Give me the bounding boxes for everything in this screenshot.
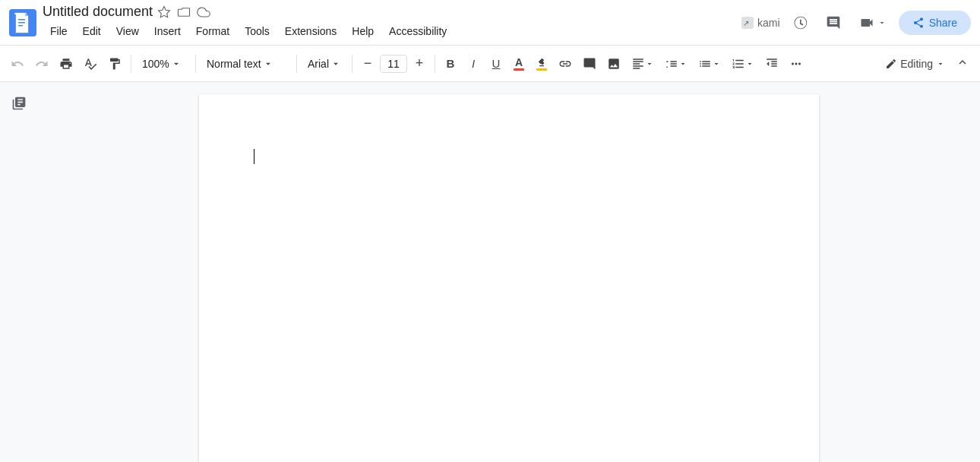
spellcheck-button[interactable] <box>79 52 102 75</box>
svg-marker-5 <box>159 6 170 17</box>
numbered-list-button[interactable] <box>727 52 759 75</box>
edit-icon <box>885 58 897 70</box>
indent-decrease-button[interactable] <box>760 52 783 75</box>
editing-mode-button[interactable]: Editing <box>879 54 951 74</box>
insert-comment-button[interactable] <box>578 52 601 75</box>
svg-rect-4 <box>18 25 23 27</box>
font-dropdown[interactable]: Arial <box>302 55 347 73</box>
underline-icon: U <box>492 57 501 70</box>
svg-text:↗: ↗ <box>743 19 749 27</box>
toolbar-right: Editing <box>879 52 974 75</box>
editing-chevron-icon <box>936 59 945 68</box>
menu-format[interactable]: Format <box>188 21 237 42</box>
align-button[interactable] <box>627 52 659 75</box>
kami-logo[interactable]: ↗ kami <box>741 16 780 30</box>
font-size-input[interactable]: 11 <box>380 55 407 73</box>
menu-accessibility[interactable]: Accessibility <box>381 21 454 42</box>
style-label: Normal text <box>207 58 261 70</box>
menu-file[interactable]: File <box>43 21 75 42</box>
font-size-control: − 11 + <box>357 52 430 75</box>
zoom-chevron-icon <box>171 59 182 69</box>
kami-icon: ↗ <box>741 16 754 30</box>
style-dropdown[interactable]: Normal text <box>201 55 292 73</box>
more-options-button[interactable] <box>785 52 808 75</box>
history-button[interactable] <box>786 9 814 36</box>
sidebar <box>0 82 38 462</box>
star-button[interactable] <box>156 4 172 21</box>
divider-1 <box>131 55 131 73</box>
menu-edit[interactable]: Edit <box>75 21 109 42</box>
insert-link-button[interactable] <box>554 52 577 75</box>
editing-mode-label: Editing <box>900 58 933 70</box>
style-chevron-icon <box>263 59 273 69</box>
doc-area[interactable] <box>38 82 980 462</box>
kami-label: kami <box>757 17 780 29</box>
collapse-toolbar-button[interactable] <box>951 52 974 75</box>
cloud-save-button[interactable] <box>195 4 212 21</box>
divider-3 <box>296 55 297 73</box>
underline-button[interactable]: U <box>485 52 507 75</box>
divider-4 <box>352 55 352 73</box>
document-page[interactable] <box>199 94 819 462</box>
menu-insert[interactable]: Insert <box>147 21 188 42</box>
menu-extensions[interactable]: Extensions <box>277 21 344 42</box>
meet-button[interactable] <box>853 11 893 35</box>
menu-help[interactable]: Help <box>344 21 381 42</box>
divider-2 <box>195 55 196 73</box>
checklist-button[interactable] <box>694 52 726 75</box>
title-right: ↗ kami Share <box>741 9 971 36</box>
move-to-folder-button[interactable] <box>175 4 192 21</box>
svg-rect-3 <box>18 22 25 24</box>
toolbar: 100% Normal text Arial − 11 + B I U A <box>0 46 980 82</box>
divider-5 <box>435 55 435 73</box>
zoom-value: 100% <box>142 58 169 70</box>
spacing-chevron-icon <box>678 59 688 68</box>
highlight-button[interactable] <box>531 52 552 75</box>
share-button[interactable]: Share <box>899 11 971 35</box>
comments-button[interactable] <box>820 9 847 36</box>
doc-title[interactable]: Untitled document <box>43 4 153 21</box>
menu-view[interactable]: View <box>109 21 147 42</box>
font-label: Arial <box>308 58 329 70</box>
italic-icon: I <box>472 57 475 70</box>
zoom-dropdown[interactable]: 100% <box>136 55 191 73</box>
text-cursor <box>254 149 254 164</box>
bold-button[interactable]: B <box>440 52 461 75</box>
main-area <box>0 82 980 462</box>
bold-icon: B <box>447 57 455 70</box>
redo-button[interactable] <box>30 52 53 75</box>
font-size-decrease[interactable]: − <box>357 52 378 75</box>
print-button[interactable] <box>55 52 77 75</box>
title-section: Untitled document File Edit View Insert … <box>43 4 741 42</box>
menu-tools[interactable]: Tools <box>237 21 277 42</box>
font-chevron-icon <box>330 59 341 69</box>
outline-button[interactable] <box>7 91 31 119</box>
numlist-chevron-icon <box>745 59 754 68</box>
line-spacing-button[interactable] <box>660 52 692 75</box>
title-bar: Untitled document File Edit View Insert … <box>0 0 980 46</box>
app-icon <box>9 9 36 36</box>
highlight-icon <box>536 57 547 71</box>
menu-bar: File Edit View Insert Format Tools Exten… <box>43 21 741 42</box>
paint-format-button[interactable] <box>103 52 126 75</box>
share-label: Share <box>929 17 957 29</box>
font-size-increase[interactable]: + <box>409 52 430 75</box>
undo-button[interactable] <box>6 52 29 75</box>
text-color-button[interactable]: A <box>508 52 530 75</box>
insert-image-button[interactable] <box>602 52 625 75</box>
checklist-chevron-icon <box>712 59 721 68</box>
italic-button[interactable]: I <box>463 52 484 75</box>
text-color-icon: A <box>514 57 524 71</box>
svg-rect-2 <box>18 19 25 21</box>
align-chevron-icon <box>645 59 654 68</box>
